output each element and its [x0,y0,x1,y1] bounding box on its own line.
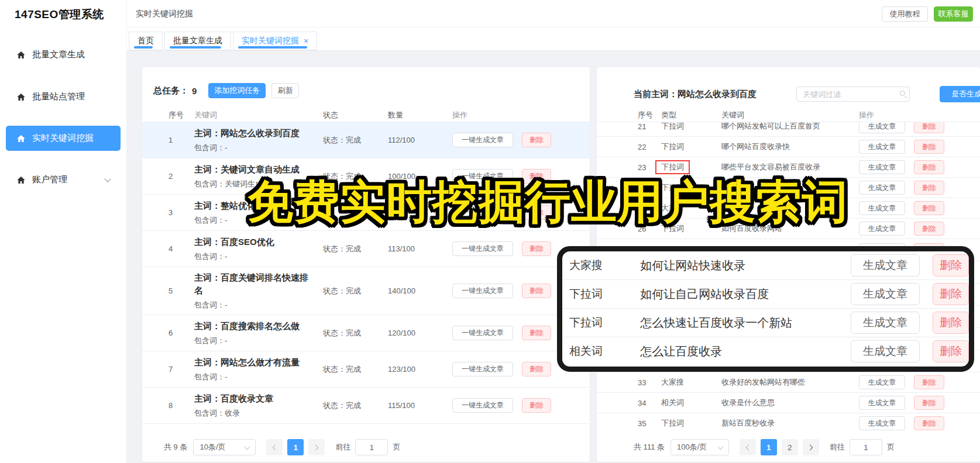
table-row: 22 下拉词 哪个网站百度收录快 生成文章删除 [597,137,980,157]
generate-article-button[interactable]: 生成文章 [859,375,905,389]
row-type: 下拉词 [661,122,721,132]
generate-article-button[interactable]: 生成文章 [859,222,905,236]
delete-button[interactable]: 删除 [914,396,944,410]
row-include: 包含词：- [194,372,308,382]
row-count: 112/100 [388,136,452,144]
page-size-select[interactable]: 10条/页 [193,439,256,455]
table-row[interactable]: 8 主词：百度收录文章包含词：收录 状态：完成 115/100 一键生成文章删除 [142,388,590,424]
table-row: 35 下拉词 新站百度秒收录 生成文章删除 [597,413,980,433]
goto-page-input[interactable] [850,439,882,455]
row-keyword: 哪个网站百度收录快 [721,141,859,152]
row-index: 22 [638,143,661,151]
column-keyword: 关键词 [194,110,323,120]
table-row: 21 下拉词 哪个网站发帖可以上百度首页 生成文章删除 [597,122,980,137]
delete-button[interactable]: 删除 [522,241,551,256]
row-type: 大家搜 [661,377,721,388]
goto-page-input[interactable] [355,439,388,455]
tab-batch-article[interactable]: 批量文章生成 [164,32,231,50]
row-status: 状态：完成 [323,244,388,254]
page-unit-label: 页 [393,442,400,452]
table-row[interactable]: 6 主词：百度搜索排名怎么做包含词：- 状态：完成 120/100 一键生成文章… [142,315,590,351]
delete-button[interactable]: 删除 [914,416,944,430]
add-task-button[interactable]: 添加挖词任务 [208,83,266,98]
page-button-1[interactable]: 1 [287,439,304,455]
close-icon[interactable]: × [304,36,308,46]
generate-article-button[interactable]: 生成文章 [859,201,905,215]
generate-article-button[interactable]: 一键生成文章 [452,362,513,376]
next-page-button[interactable] [308,439,325,455]
table-row[interactable]: 4 主词：百度SEO优化包含词：- 状态：完成 113/100 一键生成文章删除 [142,231,590,267]
generate-article-button[interactable]: 一键生成文章 [452,133,513,147]
table-row[interactable]: 7 主词：网站怎么做才有流量包含词：- 状态：完成 123/100 一键生成文章… [142,351,590,388]
row-type: 下拉词 [661,418,721,429]
delete-button[interactable]: 删除 [914,140,944,154]
generate-article-button[interactable]: 生成文章 [859,140,905,154]
total-tasks-label: 总任务： [153,85,188,96]
chevron-left-icon [746,444,752,450]
generate-article-button[interactable]: 生成文章 [859,122,905,133]
tab-home[interactable]: 首页 [129,32,163,50]
delete-button[interactable]: 删除 [522,326,551,340]
tab-realtime-keyword[interactable]: 实时关键词挖掘 × [233,32,317,50]
page-button-1[interactable]: 1 [761,439,777,455]
generate-article-button[interactable]: 生成文章 [859,181,905,195]
row-type: 相关词 [661,398,721,408]
delete-button[interactable]: 删除 [522,284,551,298]
row-keyword: 哪些平台发文容易被百度收录 [721,162,859,172]
row-include: 包含词：- [194,251,308,262]
row-index: 33 [638,378,661,387]
generate-article-button[interactable]: 一键生成文章 [452,241,513,256]
page-unit-label: 页 [887,442,895,452]
row-index: 34 [638,399,661,407]
next-page-button[interactable] [803,439,819,455]
generate-article-button[interactable]: 一键生成文章 [452,398,513,413]
current-main-keyword: 当前主词：网站怎么收录到百度 [634,89,757,100]
column-keyword: 关键词 [721,110,859,120]
generate-article-button[interactable]: 一键生成文章 [452,284,513,298]
delete-button[interactable]: 删除 [522,362,551,376]
page-size-value: 100条/页 [677,442,707,452]
row-keyword: 主词：百度SEO优化 [194,236,308,248]
row-include: 包含词：- [194,143,308,153]
delete-button[interactable]: 删除 [914,122,944,133]
sidebar-item-batch-article[interactable]: 批量文章生成 [6,42,121,67]
delete-button[interactable]: 删除 [914,375,944,389]
generate-article-button[interactable]: 一键生成文章 [452,326,513,340]
delete-button[interactable]: 删除 [914,201,944,215]
column-type: 类型 [661,110,721,120]
generate-article-button[interactable]: 生成文章 [859,416,905,430]
sidebar-item-batch-site[interactable]: 批量站点管理 [6,84,121,109]
row-index: 6 [169,329,194,337]
page-size-select[interactable]: 100条/页 [670,439,729,455]
generate-article-button[interactable]: 生成文章 [859,396,905,410]
tutorial-button[interactable]: 使用教程 [882,6,928,22]
sidebar-item-realtime-keyword[interactable]: 实时关键词挖掘 [6,126,121,151]
keyword-filter-input[interactable] [796,87,910,102]
sidebar-item-account[interactable]: 账户管理 [6,167,121,192]
page-button-2[interactable]: 2 [782,439,798,455]
delete-button[interactable]: 删除 [522,398,551,413]
contact-support-button[interactable]: 联系客服 [934,6,973,22]
delete-button[interactable]: 删除 [914,181,944,195]
generate-all-button[interactable]: 是否生成:全部 [940,86,980,102]
delete-button[interactable]: 删除 [914,160,944,174]
prev-page-button[interactable] [740,439,756,455]
delete-button[interactable]: 删除 [914,222,944,236]
table-row[interactable]: 5 主词：百度关键词排名快速排名包含词：- 状态：完成 140/100 一键生成… [142,267,590,315]
prev-page-button[interactable] [266,439,283,455]
row-count: 120/100 [388,329,452,337]
delete-button: 删除 [933,283,969,305]
row-index: 7 [169,365,194,374]
page-size-value: 10条/页 [200,442,225,452]
delete-button[interactable]: 删除 [522,133,551,147]
row-include: 包含词：收录 [194,408,308,419]
table-row[interactable]: 1 主词：网站怎么收录到百度包含词：- 状态：完成 112/100 一键生成文章… [142,122,590,158]
tab-label: 首页 [137,36,154,46]
refresh-button[interactable]: 刷新 [271,83,299,98]
generate-article-button[interactable]: 生成文章 [859,160,905,174]
total-tasks-value: 9 [192,86,197,96]
callout-row: 下拉词 如何让自己网站收录百度 生成文章删除 [562,280,969,309]
row-status: 状态：完成 [323,135,388,146]
row-keyword: 如何让网站快速收录 [640,258,851,274]
column-ops: 操作 [859,110,980,120]
